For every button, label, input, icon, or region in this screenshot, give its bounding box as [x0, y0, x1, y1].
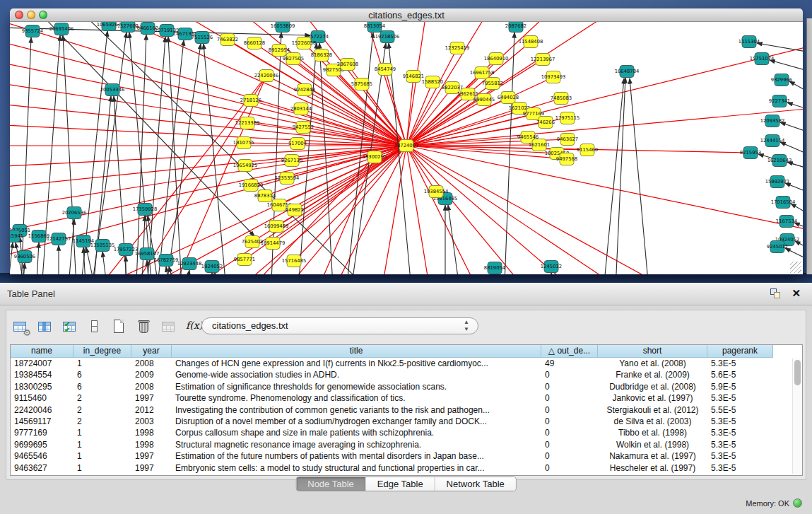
cell-short[interactable]: Stergiakouli et al. (2012) — [598, 404, 707, 416]
graph-node-yellow[interactable]: 12213967 — [531, 54, 555, 66]
table-row[interactable]: 1456911722003Disruption of a novel membe… — [11, 416, 802, 427]
cell-year[interactable]: 2012 — [131, 404, 172, 416]
graph-node-teal[interactable]: 16648784 — [615, 66, 640, 78]
cell-short[interactable]: Hescheler et al. (1997) — [598, 462, 707, 474]
cell-pagerank[interactable]: 5.3E-5 — [707, 358, 773, 369]
graph-node-teal[interactable]: 2087682 — [505, 22, 526, 33]
cell-title[interactable]: Estimation of the future numbers of pati… — [172, 450, 541, 462]
scrollbar-thumb[interactable] — [794, 360, 801, 385]
cell-title[interactable]: Tourette syndrome. Phenomenology and cla… — [172, 392, 541, 404]
window-titlebar[interactable]: citations_edges.txt — [10, 8, 803, 22]
cell-title[interactable]: Changes of HCN gene expression and I(f) … — [172, 358, 541, 369]
cell-year[interactable]: 1997 — [131, 462, 172, 474]
graph-node-teal[interactable]: 1245012 — [541, 261, 562, 273]
cell-pagerank[interactable]: 5.3E-5 — [707, 450, 773, 462]
table-row[interactable]: 1830029562008Estimation of significance … — [11, 381, 802, 392]
graph-node-yellow[interactable]: 1588520 — [422, 76, 443, 88]
cell-name[interactable]: 9777169 — [11, 427, 73, 438]
citation-network-graph[interactable]: 9355724206914061065326715276026466160107… — [10, 22, 803, 274]
column-header-name[interactable]: name — [11, 345, 73, 358]
cell-in_degree[interactable]: 2 — [73, 392, 131, 404]
cell-out_de[interactable]: 0 — [541, 450, 598, 462]
cell-short[interactable]: Yano et al. (2008) — [598, 358, 707, 369]
graph-node-yellow[interactable]: 8660128 — [244, 37, 265, 49]
cell-year[interactable]: 1998 — [131, 439, 172, 450]
create-table-column-icon[interactable]: ⚙ — [11, 317, 30, 336]
graph-node-teal[interactable]: 9355724 — [22, 25, 43, 37]
graph-node-teal[interactable]: 1167534 — [776, 216, 797, 228]
cell-short[interactable]: Franke et al. (2009) — [598, 369, 707, 380]
cell-in_degree[interactable]: 2 — [73, 416, 131, 427]
graph-node-teal[interactable]: 20691406 — [49, 23, 74, 35]
cell-out_de[interactable]: 49 — [541, 358, 598, 369]
cell-year[interactable]: 2009 — [131, 369, 172, 380]
tab-edge-table[interactable]: Edge Table — [366, 477, 435, 491]
clear-cells-icon[interactable] — [86, 317, 104, 336]
cell-year[interactable]: 1997 — [131, 392, 172, 404]
delete-table-icon[interactable] — [160, 317, 178, 336]
network-canvas[interactable]: 9355724206914061065326715276026466160107… — [10, 22, 803, 274]
cell-name[interactable]: 22420046 — [11, 404, 73, 416]
cell-title[interactable]: Corpus callosum shape and size in male p… — [172, 427, 541, 438]
graph-node-teal[interactable]: 20053346 — [100, 84, 125, 96]
graph-node-yellow[interactable]: 7485083 — [551, 93, 572, 105]
show-column-icon[interactable] — [36, 317, 54, 336]
cell-in_degree[interactable]: 1 — [73, 462, 131, 474]
close-panel-icon[interactable]: ✕ — [792, 287, 801, 300]
column-header-pagerank[interactable]: pagerank — [707, 345, 773, 358]
cell-short[interactable]: de Silva et al. (2003) — [598, 416, 707, 427]
graph-node-yellow[interactable]: 8454749 — [375, 64, 396, 76]
cell-title[interactable]: Embryonic stem cells: a model to study s… — [172, 462, 541, 474]
cell-out_de[interactable]: 0 — [541, 439, 598, 450]
cell-title[interactable]: Genome-wide association studies in ADHD. — [172, 369, 541, 380]
cell-year[interactable]: 2008 — [131, 358, 172, 369]
cell-name[interactable]: 18724007 — [11, 358, 73, 369]
table-row[interactable]: 946554611997Estimation of the future num… — [11, 450, 802, 462]
table-row[interactable]: 969969511998Structural magnetic resonanc… — [11, 439, 802, 450]
graph-node-teal[interactable]: 16053809 — [271, 22, 295, 33]
cell-in_degree[interactable]: 6 — [73, 381, 131, 392]
cell-pagerank[interactable]: 5.5E-5 — [707, 404, 773, 416]
float-window-icon[interactable] — [770, 288, 781, 299]
cell-short[interactable]: Nakamura et al. (1997) — [598, 450, 707, 462]
tab-node-table[interactable]: Node Table — [296, 477, 366, 491]
cell-in_degree[interactable]: 1 — [73, 450, 131, 462]
graph-node-yellow[interactable]: 9146821 — [403, 71, 424, 83]
cell-in_degree[interactable]: 1 — [73, 427, 131, 438]
cell-pagerank[interactable]: 5.3E-5 — [707, 439, 773, 450]
table-selector-dropdown[interactable]: citations_edges.txt ▲▼ — [201, 317, 478, 334]
cell-out_de[interactable]: 0 — [541, 369, 598, 380]
graph-node-yellow[interactable]: 5875685 — [351, 78, 372, 90]
cell-name[interactable]: 9463627 — [11, 462, 73, 474]
cell-pagerank[interactable]: 5.9E-5 — [707, 381, 773, 392]
graph-node-yellow[interactable]: 9463627 — [557, 134, 578, 146]
graph-node-teal[interactable]: 15992971 — [765, 176, 790, 188]
graph-node-yellow[interactable]: 12213389 — [235, 117, 260, 129]
apply-function-icon[interactable]: f(x) — [184, 317, 203, 336]
column-header-short[interactable]: short — [598, 345, 707, 358]
graph-node-teal[interactable]: 1924052 — [201, 261, 223, 273]
cell-title[interactable]: Disruption of a novel member of a sodium… — [172, 416, 541, 427]
graph-node-yellow[interactable]: 15716485 — [282, 255, 307, 267]
cell-short[interactable]: Dudbridge et al. (2008) — [598, 381, 707, 392]
delete-selected-icon[interactable] — [135, 317, 153, 336]
minimize-window-button[interactable] — [27, 11, 35, 19]
column-header-in_degree[interactable]: in_degree — [73, 345, 131, 358]
graph-node-teal[interactable]: 12444154 — [760, 135, 785, 147]
cell-out_de[interactable]: 0 — [541, 392, 598, 404]
cell-out_de[interactable]: 0 — [541, 416, 598, 427]
cell-name[interactable]: 9115460 — [11, 392, 73, 404]
column-header-out_de[interactable]: △ out_de... — [541, 345, 598, 358]
cell-title[interactable]: Investigating the contribution of common… — [172, 404, 541, 416]
column-header-year[interactable]: year — [131, 345, 172, 358]
graph-node-yellow[interactable]: 16914479 — [261, 238, 286, 250]
graph-node-teal[interactable]: 12093582 — [760, 115, 785, 127]
column-header-title[interactable]: title — [172, 345, 541, 358]
table-row[interactable]: 911546021997Tourette syndrome. Phenomeno… — [11, 392, 802, 404]
table-row[interactable]: 977716911998Corpus callosum shape and si… — [11, 427, 802, 438]
new-table-icon[interactable] — [110, 317, 129, 336]
cell-pagerank[interactable]: 5.3E-5 — [707, 392, 773, 404]
graph-node-yellow[interactable]: 746266 — [536, 117, 555, 129]
cell-year[interactable]: 1998 — [131, 427, 172, 438]
graph-node-yellow[interactable]: 12325419 — [445, 42, 470, 54]
